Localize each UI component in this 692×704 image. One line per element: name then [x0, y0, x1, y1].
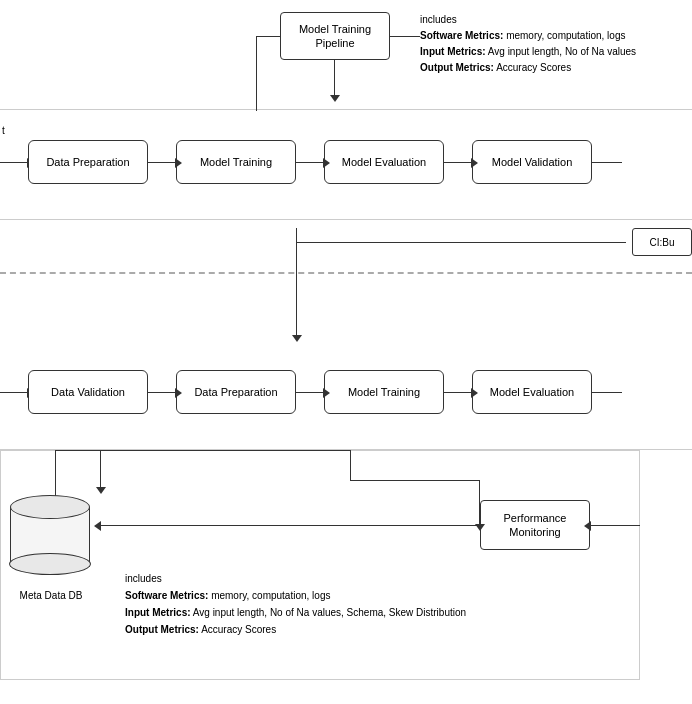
- section1: Model Training Pipeline includes Softwar…: [0, 0, 692, 110]
- dashed-line: [0, 272, 692, 274]
- box-data-prep-1: Data Preparation: [28, 140, 148, 184]
- arrow-1-1: [148, 162, 176, 163]
- section2: t Data Preparation Model Training Model …: [0, 110, 692, 220]
- box-data-valid-2: Data Validation: [28, 370, 148, 414]
- cylinder-bottom: [9, 553, 91, 575]
- sw-metrics-label-bottom: Software Metrics:: [125, 590, 208, 601]
- vert-ci-line: [296, 228, 297, 336]
- in-metrics-value-bottom: Avg input length, No of Na values, Schem…: [193, 607, 466, 618]
- flow-row-2: Data Validation Data Preparation Model T…: [28, 370, 622, 414]
- sw-metrics-value-bottom: memory, computation, logs: [211, 590, 330, 601]
- horiz-to-metrics: [390, 36, 420, 37]
- pipeline-box-text: Model Training Pipeline: [299, 22, 371, 51]
- box-model-eval-1: Model Evaluation: [324, 140, 444, 184]
- cylinder: [10, 495, 90, 575]
- flow-label-s2: t: [2, 125, 5, 136]
- box-model-eval-2: Model Evaluation: [472, 370, 592, 414]
- metrics-box-top: includes Software Metrics: memory, compu…: [420, 12, 680, 76]
- arrow-2-2: [296, 392, 324, 393]
- box-model-train-1: Model Training: [176, 140, 296, 184]
- db-label: Meta Data DB: [12, 590, 90, 601]
- arrow-1-3: [444, 162, 472, 163]
- out-metrics-label-bottom: Output Metrics:: [125, 624, 199, 635]
- section5: Meta Data DB Performance Monitoring incl…: [0, 450, 692, 704]
- arrow-2-1: [148, 392, 176, 393]
- line-from-left-s2: [0, 162, 28, 163]
- arrow-head-down-pipeline: [330, 95, 340, 102]
- out-metrics-label-top: Output Metrics:: [420, 62, 494, 73]
- line-right-end-s2: [592, 162, 622, 163]
- includes-label-bottom: includes: [125, 573, 162, 584]
- horiz-ci-line: [296, 242, 626, 243]
- arrow-to-perf: [590, 525, 640, 526]
- box-model-valid-1: Model Validation: [472, 140, 592, 184]
- performance-monitoring-box: Performance Monitoring: [480, 500, 590, 550]
- includes-label-top: includes: [420, 14, 457, 25]
- sw-metrics-label-top: Software Metrics:: [420, 30, 503, 41]
- sw-metrics-value-top: memory, computation, logs: [506, 30, 625, 41]
- arrow-perf-to-db: [100, 525, 478, 526]
- box-model-train-2: Model Training: [324, 370, 444, 414]
- arrow-1-2: [296, 162, 324, 163]
- ci-box: CI:Bu: [632, 228, 692, 256]
- arrow-head-to-perf: [584, 521, 591, 531]
- in-metrics-value-top: Avg input length, No of Na values: [488, 46, 636, 57]
- diagram-container: Model Training Pipeline includes Softwar…: [0, 0, 692, 704]
- line-left-s4: [0, 392, 28, 393]
- out-metrics-value-bottom: Accuracy Scores: [201, 624, 276, 635]
- arrow-2-3: [444, 392, 472, 393]
- vert-s5-to-perf: [479, 480, 480, 525]
- line-right-end-s4: [592, 392, 622, 393]
- pipeline-box: Model Training Pipeline: [280, 12, 390, 60]
- out-metrics-value-top: Accuracy Scores: [496, 62, 571, 73]
- box-data-prep-2: Data Preparation: [176, 370, 296, 414]
- cylinder-top: [10, 495, 90, 519]
- flow-row-1: Data Preparation Model Training Model Ev…: [28, 140, 622, 184]
- section4: Data Validation Data Preparation Model T…: [0, 340, 692, 450]
- metrics-bottom: includes Software Metrics: memory, compu…: [125, 570, 505, 638]
- arrow-head-s5-perf: [475, 524, 485, 531]
- horiz-s5-to-perf-top: [350, 480, 480, 481]
- horiz-line-pipeline: [256, 36, 280, 37]
- in-metrics-label-bottom: Input Metrics:: [125, 607, 191, 618]
- arrow-head-to-db: [94, 521, 101, 531]
- vert-line-pipeline: [256, 36, 257, 111]
- arrow-down-pipeline: [334, 60, 335, 96]
- section3: CI:Bu: [0, 220, 692, 340]
- in-metrics-label-top: Input Metrics:: [420, 46, 486, 57]
